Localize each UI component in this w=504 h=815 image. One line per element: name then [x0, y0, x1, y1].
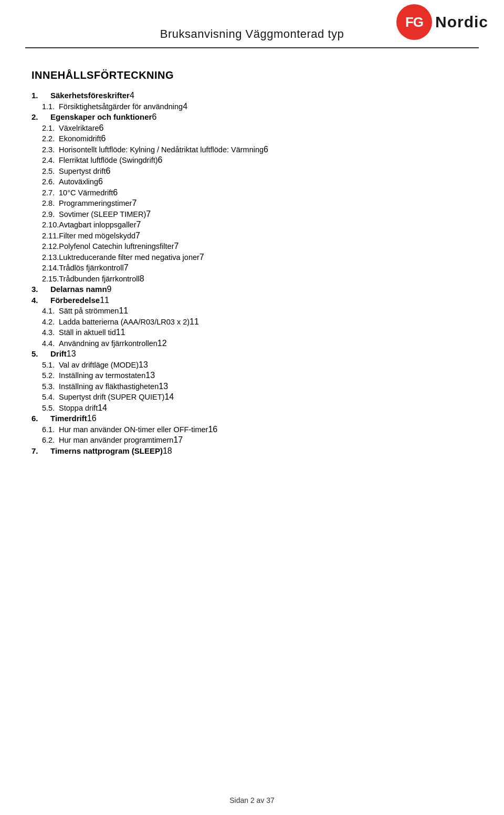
toc-item: 3.Delarnas namn9	[32, 285, 472, 294]
toc-item: 2.6.Autoväxling6	[32, 177, 472, 186]
toc-title: INNEHÅLLSFÖRTECKNING	[32, 69, 472, 81]
page-footer: Sidan 2 av 37	[0, 796, 504, 804]
toc-item: 7.Timerns nattprogram (SLEEP)18	[32, 446, 472, 456]
logo-area: FG Nordic	[396, 4, 488, 40]
footer-text: Sidan 2 av 37	[229, 796, 275, 804]
toc-item: 2.14.Trådlös fjärrkontroll7	[32, 263, 472, 273]
header-subtitle: Bruksanvisning Väggmonterad typ	[160, 27, 344, 40]
toc-item: 5.1.Val av driftläge (MODE)13	[32, 360, 472, 370]
logo-circle: FG	[396, 4, 432, 40]
toc-item: 2.2.Ekonomidrift6	[32, 134, 472, 143]
toc-item: 2.15.Trådbunden fjärrkontroll8	[32, 274, 472, 284]
main-content: INNEHÅLLSFÖRTECKNING 1.Säkerhetsföreskri…	[0, 54, 504, 488]
header-divider	[25, 47, 479, 48]
toc-item: 5.3.Inställning av fläkthastigheten13	[32, 382, 472, 391]
toc-item: 6.2.Hur man använder programtimern17	[32, 435, 472, 445]
toc-item: 1.1.Försiktighetsåtgärder för användning…	[32, 102, 472, 111]
toc-item: 4.Förberedelse11	[32, 296, 472, 305]
toc-item: 2.1.Växelriktare6	[32, 123, 472, 133]
toc-item: 4.1.Sätt på strömmen11	[32, 306, 472, 316]
toc-item: 2.3.Horisontellt luftflöde: Kylning / Ne…	[32, 145, 472, 154]
toc-item: 6.Timerdrift16	[32, 414, 472, 423]
toc-item: 2.10.Avtagbart inloppsgaller7	[32, 220, 472, 229]
toc-list: 1.Säkerhetsföreskrifter41.1.Försiktighet…	[32, 91, 472, 456]
toc-item: 2.4.Flerriktat luftflöde (Swingdrift)6	[32, 155, 472, 165]
toc-item: 2.11.Filter med mögelskydd7	[32, 231, 472, 241]
toc-item: 2.12.Polyfenol Catechin luftreningsfilte…	[32, 242, 472, 251]
toc-item: 5.Drift13	[32, 349, 472, 359]
toc-item: 5.4.Supertyst drift (SUPER QUIET)14	[32, 392, 472, 402]
toc-item: 2.8.Programmeringstimer7	[32, 198, 472, 208]
toc-item: 2.5.Supertyst drift6	[32, 166, 472, 176]
logo-fg-text: FG	[405, 14, 423, 30]
toc-item: 4.3.Ställ in aktuell tid11	[32, 328, 472, 337]
toc-item: 5.2.Inställning av termostaten13	[32, 371, 472, 380]
toc-item: 2.13.Luktreducerande filter med negativa…	[32, 253, 472, 262]
toc-item: 1.Säkerhetsföreskrifter4	[32, 91, 472, 100]
toc-item: 6.1.Hur man använder ON-timer eller OFF-…	[32, 425, 472, 434]
toc-item: 2.7.10°C Värmedrift6	[32, 188, 472, 197]
toc-item: 4.2.Ladda batterierna (AAA/R03/LR03 x 2)…	[32, 317, 472, 327]
toc-item: 4.4.Användning av fjärrkontrollen12	[32, 339, 472, 348]
page-header: FG Nordic Bruksanvisning Väggmonterad ty…	[0, 0, 504, 54]
logo-nordic-text: Nordic	[435, 13, 488, 31]
toc-item: 5.5.Stoppa drift14	[32, 403, 472, 413]
toc-item: 2.9.Sovtimer (SLEEP TIMER)7	[32, 210, 472, 219]
toc-item: 2.Egenskaper och funktioner6	[32, 112, 472, 122]
